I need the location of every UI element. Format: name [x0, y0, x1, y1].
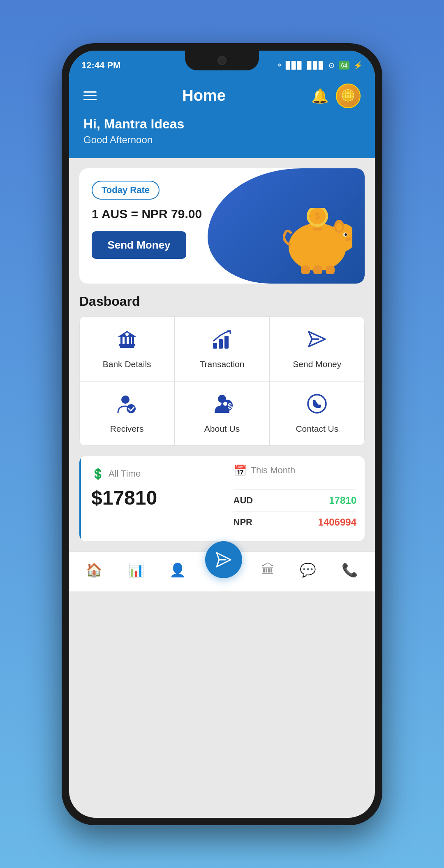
nav-contact[interactable]: 📞 — [335, 560, 364, 580]
svg-text:$: $ — [228, 402, 232, 410]
nav-transaction-icon: 📊 — [128, 562, 144, 578]
nav-home[interactable]: 🏠 — [80, 560, 109, 580]
header-top: Home 🔔 🪙 — [83, 84, 361, 108]
bank-details-label: Bank Details — [103, 359, 151, 369]
bank-details-item[interactable]: Bank Details — [79, 316, 174, 381]
svg-rect-18 — [125, 337, 127, 344]
npr-label: NPR — [234, 517, 252, 528]
svg-rect-24 — [219, 339, 223, 349]
aud-row: AUD 17810 — [234, 489, 357, 511]
nav-bank-icon: 🏛 — [261, 562, 275, 577]
svg-rect-8 — [301, 265, 310, 274]
stats-section: 💲 All Time $17810 📅 This Month AUD 17810 — [69, 446, 375, 552]
nav-bank[interactable]: 🏛 — [255, 560, 281, 579]
all-time-label: All Time — [109, 468, 141, 479]
stats-label-row: 💲 All Time — [91, 468, 215, 480]
nav-receiver-icon: 👤 — [169, 562, 186, 578]
today-rate-badge: Today Rate — [92, 181, 160, 200]
send-money-icon — [306, 328, 328, 354]
signal2-icon: ▊▊▊ — [307, 61, 324, 70]
bottom-nav: 🏠 📊 👤 🏛 💬 📞 — [69, 552, 375, 591]
svg-rect-23 — [213, 343, 217, 349]
about-us-item[interactable]: $ About Us — [174, 381, 269, 446]
dashboard-title: Dasboard — [79, 294, 365, 309]
fab-send-button[interactable] — [205, 541, 242, 578]
svg-point-3 — [336, 223, 342, 231]
npr-row: NPR 1406994 — [234, 511, 357, 533]
stats-month-header: 📅 This Month — [234, 464, 357, 483]
send-money-button[interactable]: Send Money — [92, 231, 186, 259]
page-title: Home — [182, 87, 226, 105]
greeting-sub: Good Afternoon — [83, 134, 361, 146]
status-time: 12:44 PM — [81, 60, 120, 71]
this-month-label: This Month — [251, 465, 296, 476]
phone-notch — [185, 51, 259, 70]
svg-rect-25 — [224, 336, 229, 349]
battery-icon: 64 — [339, 61, 349, 70]
aud-value: 17810 — [329, 495, 356, 506]
rate-card: Today Rate 1 AUS = NPR 79.00 Send Money — [79, 168, 365, 284]
stats-all-time: 💲 All Time $17810 — [79, 456, 225, 541]
npr-value: 1406994 — [318, 517, 356, 528]
home-icon: 🏠 — [86, 562, 102, 578]
signal1-icon: ▊▊▊ — [286, 61, 303, 70]
stats-this-month: 📅 This Month AUD 17810 NPR 1406994 — [225, 456, 365, 541]
status-icons: ⌖ ▊▊▊ ▊▊▊ ⊙ 64 ⚡ — [278, 61, 363, 70]
dashboard-row-1: Bank Details Transaction — [79, 316, 365, 381]
svg-point-22 — [125, 333, 129, 336]
phone-frame: 12:44 PM ⌖ ▊▊▊ ▊▊▊ ⊙ 64 ⚡ Home 🔔 🪙 — [62, 43, 382, 825]
nav-about-icon: 💬 — [300, 562, 316, 578]
avatar-emoji: 🪙 — [341, 89, 355, 102]
about-us-label: About Us — [204, 424, 240, 434]
nav-about[interactable]: 💬 — [294, 560, 322, 580]
dashboard-row-2: Recivers $ About Us — [79, 381, 365, 446]
piggy-bank-illustration: $ — [278, 208, 352, 275]
stats-card: 💲 All Time $17810 📅 This Month AUD 17810 — [79, 456, 365, 541]
receivers-label: Recivers — [110, 424, 144, 434]
transaction-item[interactable]: Transaction — [174, 316, 269, 381]
svg-rect-17 — [120, 337, 123, 344]
svg-rect-19 — [129, 337, 131, 344]
svg-rect-16 — [120, 346, 134, 348]
receivers-icon — [116, 393, 138, 419]
svg-point-7 — [348, 237, 352, 240]
all-time-amount: $17810 — [91, 486, 215, 509]
bluetooth-icon: ⌖ — [278, 61, 282, 70]
notification-bell[interactable]: 🔔 — [311, 88, 328, 104]
svg-rect-10 — [326, 265, 335, 274]
header-actions: 🔔 🪙 — [311, 84, 361, 108]
greeting-name: Hi, Mantra Ideas — [83, 116, 361, 132]
avatar[interactable]: 🪙 — [336, 84, 361, 108]
svg-point-28 — [121, 396, 130, 404]
wifi-icon: ⊙ — [328, 61, 335, 70]
svg-rect-15 — [119, 344, 135, 346]
aud-label: AUD — [234, 495, 253, 506]
send-money-item[interactable]: Send Money — [270, 316, 365, 381]
rate-card-section: Today Rate 1 AUS = NPR 79.00 Send Money — [69, 158, 375, 284]
svg-rect-11 — [313, 228, 322, 230]
dashboard-grid: Bank Details Transaction — [79, 316, 365, 446]
charging-icon: ⚡ — [354, 61, 363, 70]
nav-transaction[interactable]: 📊 — [122, 560, 150, 580]
app-header: Home 🔔 🪙 Hi, Mantra Ideas Good Afternoon — [69, 76, 375, 158]
nav-receiver[interactable]: 👤 — [163, 560, 192, 580]
contact-us-item[interactable]: Contact Us — [270, 381, 365, 446]
contact-us-icon — [306, 393, 328, 419]
menu-button[interactable] — [83, 91, 97, 100]
camera — [217, 56, 227, 65]
svg-text:$: $ — [315, 211, 320, 221]
nav-contact-icon: 📞 — [342, 562, 358, 578]
svg-rect-20 — [132, 337, 134, 344]
receivers-item[interactable]: Recivers — [79, 381, 174, 446]
svg-point-29 — [127, 404, 136, 413]
phone-screen: 12:44 PM ⌖ ▊▊▊ ▊▊▊ ⊙ 64 ⚡ Home 🔔 🪙 — [69, 51, 375, 818]
send-money-label: Send Money — [293, 359, 341, 369]
svg-point-32 — [223, 402, 227, 406]
bank-icon — [116, 328, 138, 354]
svg-point-5 — [345, 233, 347, 236]
svg-rect-9 — [313, 265, 322, 274]
transaction-icon — [211, 328, 233, 354]
transaction-label: Transaction — [200, 359, 245, 369]
contact-us-label: Contact Us — [296, 424, 338, 434]
dashboard-section: Dasboard — [69, 284, 375, 446]
